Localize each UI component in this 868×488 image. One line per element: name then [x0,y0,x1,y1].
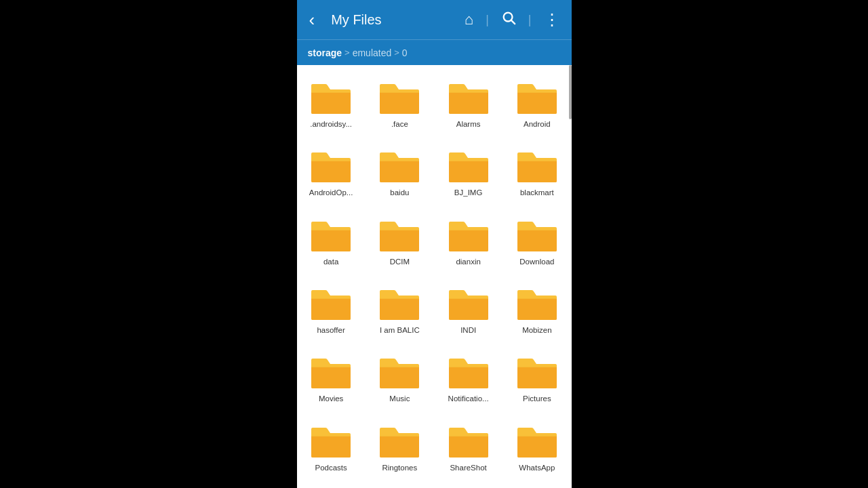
folder-name: INDI [460,325,476,336]
folder-name: baidu [390,188,409,198]
folder-item[interactable]: Music [366,345,434,413]
folder-icon [310,424,352,459]
folder-name: I am BALIC [380,325,420,336]
folder-icon [378,286,420,321]
folder-item[interactable]: Podcasts [297,414,366,483]
folder-name: DCIM [390,257,410,267]
folder-icon [516,286,558,321]
folder-name: Mobizen [522,325,551,336]
folder-icon [378,148,420,184]
folder-icon [448,354,490,390]
folder-item[interactable]: INDI [434,277,502,345]
folder-name: AndroidOp... [309,188,353,198]
breadcrumb-emulated[interactable]: emulated [353,47,392,58]
folder-icon [448,80,490,115]
folder-item[interactable]: baidu [366,139,434,207]
folder-item[interactable]: DCIM [366,208,434,277]
search-icon[interactable] [497,6,520,33]
folder-icon [516,424,558,459]
folder-item[interactable]: Android [502,70,571,139]
folder-name: .androidsy... [310,119,352,129]
folder-icon [448,218,490,253]
folder-icon [516,218,558,253]
phone-container: ‹ My Files ⌂ | | ⋮ storage > emulated > … [297,0,572,488]
folder-name: Music [389,394,410,404]
folder-item[interactable]: dianxin [434,208,502,277]
folder-name: blackmart [520,188,554,198]
divider2: | [528,13,532,27]
folder-icon [516,148,558,184]
folder-name: hasoffer [317,325,344,336]
folder-item[interactable]: Download [502,208,571,277]
folder-item[interactable]: ShareShot [434,414,502,483]
folder-icon [310,354,352,390]
folder-name: Podcasts [315,463,347,473]
folder-name: Download [519,257,554,267]
folder-item[interactable]: Ringtones [366,414,434,483]
folder-name: Alarms [456,119,481,129]
folder-name: Pictures [523,394,551,404]
folder-item[interactable]: BJ_IMG [434,139,502,207]
folder-item[interactable]: .androidsy... [297,70,366,139]
top-bar: ‹ My Files ⌂ | | ⋮ [297,0,572,39]
folder-name: data [323,257,338,267]
folder-icon [310,218,352,253]
folder-name: .face [391,119,408,129]
svg-line-1 [511,20,515,24]
more-options-icon[interactable]: ⋮ [540,6,564,33]
folder-item[interactable]: Pictures [502,345,571,413]
folder-icon [448,148,490,184]
folder-icon [310,80,352,115]
breadcrumb-sep1: > [344,47,350,58]
breadcrumb-sep2: > [394,47,399,58]
folder-icon [378,354,420,390]
folder-name: dianxin [456,257,480,267]
folder-item[interactable]: AndroidOp... [297,139,366,207]
folder-icon [378,218,420,253]
folder-icon [378,424,420,459]
folder-name: WhatsApp [519,463,555,473]
scrollbar[interactable] [569,65,572,119]
folder-name: Notificatio... [448,394,489,404]
folder-icon [378,80,420,115]
folder-name: BJ_IMG [454,188,483,198]
folder-item[interactable]: hasoffer [297,277,366,345]
folder-item[interactable]: Alarms [434,70,502,139]
divider1: | [486,13,489,27]
breadcrumb-zero[interactable]: 0 [402,47,408,58]
page-title: My Files [331,12,454,28]
folder-name: Ringtones [382,463,417,473]
folder-item[interactable]: WhatsApp [502,414,571,483]
back-icon[interactable]: ‹ [305,5,319,35]
folder-icon [448,424,490,459]
folder-name: ShareShot [450,463,486,473]
folder-name: Android [524,119,551,129]
folder-item[interactable]: I am BALIC [366,277,434,345]
folder-item[interactable]: Mobizen [502,277,571,345]
folder-icon [516,80,558,115]
breadcrumb-storage[interactable]: storage [308,47,342,58]
file-grid: .androidsy... .face Alarms Android [297,65,572,488]
folder-item[interactable]: blackmart [502,139,571,207]
breadcrumb: storage > emulated > 0 [297,39,572,65]
folder-item[interactable]: data [297,208,366,277]
folder-item[interactable]: .face [366,70,434,139]
home-icon[interactable]: ⌂ [460,7,477,33]
folder-icon [310,148,352,184]
folder-item[interactable]: Movies [297,345,366,413]
folder-icon [448,286,490,321]
folder-icon [310,286,352,321]
folder-icon [516,354,558,390]
folder-name: Movies [319,394,343,404]
folder-item[interactable]: Notificatio... [434,345,502,413]
